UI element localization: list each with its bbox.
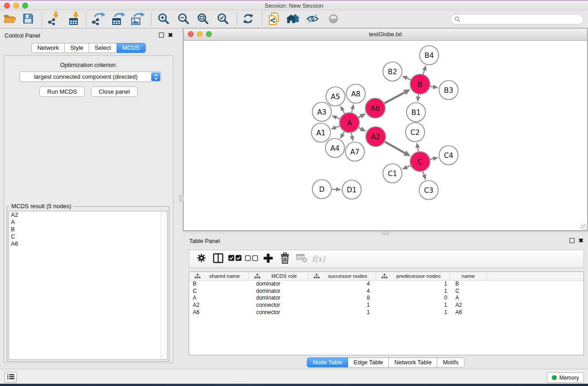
resize-grip-icon[interactable]	[581, 224, 587, 230]
zoom-network-button[interactable]	[206, 31, 212, 37]
mcds-result-item[interactable]: A	[9, 219, 167, 226]
mcds-result-item[interactable]: C	[9, 233, 167, 240]
table-cell-filler	[487, 309, 583, 316]
export-image-button[interactable]	[129, 12, 147, 27]
mcds-result-item[interactable]: A2	[9, 211, 167, 219]
graph-edge-B-B1[interactable]	[418, 95, 419, 97]
delete-columns-button[interactable]	[277, 251, 293, 267]
graph-edge-A-A3[interactable]	[336, 118, 339, 119]
minimize-window-button[interactable]	[13, 3, 19, 9]
import-table-button[interactable]	[66, 12, 84, 27]
float-panel-icon[interactable]	[159, 33, 164, 38]
graph-edge-A-A6[interactable]	[359, 116, 361, 118]
column-header-predecessor-nodes[interactable]: predecessor nodes	[376, 272, 450, 280]
zoom-fit-button[interactable]	[194, 12, 212, 27]
memory-button[interactable]: Memory	[547, 372, 584, 383]
mcds-result-list: A2ABCA6	[9, 211, 167, 360]
graph-edge-C-C2[interactable]	[418, 148, 418, 151]
minimize-network-button[interactable]	[197, 31, 203, 37]
vertical-splitter-handle[interactable]	[179, 195, 184, 201]
graph-edge-A6-B[interactable]	[384, 92, 405, 103]
table-row[interactable]: A6connector11A6	[189, 309, 583, 316]
mcds-result-title: MCDS result (5 nodes)	[10, 203, 73, 210]
mcds-result-scrollbar[interactable]	[161, 211, 167, 359]
export-image-icon	[130, 12, 145, 27]
open-session-button[interactable]	[1, 12, 19, 27]
graph-edge-C-C4[interactable]	[430, 159, 433, 159]
run-mcds-button[interactable]: Run MCDS	[39, 86, 85, 97]
edge-arrowhead	[433, 157, 439, 161]
tab-select[interactable]: Select	[89, 43, 117, 53]
zoom-selected-button[interactable]	[214, 12, 232, 27]
task-history-button[interactable]	[5, 372, 17, 383]
create-column-button[interactable]	[260, 251, 277, 267]
tab-node-table[interactable]: Node Table	[307, 357, 349, 367]
table-row[interactable]: A2connector11A2	[189, 302, 583, 309]
close-panel-icon[interactable]: ✖	[168, 33, 173, 38]
table-settings-button[interactable]	[193, 251, 210, 267]
table-row[interactable]: Cdominator41C	[189, 288, 583, 295]
column-header-name[interactable]: name	[450, 272, 487, 280]
duplicate-network-button[interactable]	[265, 12, 283, 27]
hide-panels-button[interactable]	[303, 12, 321, 27]
column-header-label: predecessor nodes	[387, 273, 449, 279]
save-session-button[interactable]	[19, 12, 37, 27]
table-cell: A6	[450, 309, 487, 316]
table-row[interactable]: Bdominator41B	[189, 281, 583, 288]
export-network-button[interactable]	[89, 12, 107, 27]
network-canvas[interactable]: B4B2BB3A8A5A6A3B1AC2A1A2A4A7C4CC1DD1C3	[184, 41, 587, 230]
float-panel-icon[interactable]	[569, 238, 574, 243]
search-input[interactable]	[463, 15, 580, 24]
delete-table-button[interactable]	[293, 251, 310, 267]
tab-edge-table[interactable]: Edge Table	[348, 357, 389, 367]
export-table-button[interactable]	[109, 12, 127, 27]
control-panel: Control Panel ✖ NetworkStyleSelectMCDS O…	[0, 29, 177, 367]
apply-layout-button[interactable]	[239, 12, 257, 27]
column-header-successor-nodes[interactable]: successor nodes	[308, 272, 376, 280]
close-window-button[interactable]	[4, 3, 10, 9]
graph-edge-A-A7[interactable]	[351, 133, 352, 136]
graphics-details-button[interactable]	[324, 12, 342, 27]
column-header-MCDS-role[interactable]: MCDS role	[249, 272, 308, 280]
graph-edge-A-A1[interactable]	[336, 126, 340, 128]
search-field	[450, 14, 583, 24]
graph-edge-A-A4[interactable]	[343, 132, 344, 134]
function-builder-button[interactable]: f(x)	[310, 251, 327, 267]
graph-edge-A2-C[interactable]	[385, 142, 405, 153]
graph-edge-B-B2[interactable]	[407, 78, 411, 80]
zoom-in-button[interactable]	[154, 12, 172, 27]
tab-motifs[interactable]: Motifs	[437, 357, 464, 367]
column-type-icon	[379, 274, 387, 279]
tab-network[interactable]: Network	[31, 43, 65, 53]
deselect-all-columns-button[interactable]	[243, 251, 260, 267]
close-network-button[interactable]	[188, 31, 194, 37]
close-panel-button[interactable]: Close panel	[91, 86, 138, 97]
select-all-columns-button[interactable]	[226, 251, 243, 267]
graph-edge-B-B4[interactable]	[423, 70, 425, 74]
table-cell-filler	[487, 281, 583, 288]
graph-edge-A-A5[interactable]	[343, 110, 344, 114]
table-cell: 0	[376, 295, 450, 302]
close-panel-icon[interactable]: ✖	[578, 238, 583, 243]
zoom-window-button[interactable]	[22, 3, 28, 9]
import-network-button[interactable]	[45, 12, 63, 27]
trash-icon	[280, 253, 290, 266]
show-columns-button[interactable]	[210, 251, 226, 267]
graph-edge-C-C1[interactable]	[407, 166, 411, 167]
graph-edge-A-A8[interactable]	[352, 109, 353, 113]
mcds-result-item[interactable]: A6	[9, 240, 167, 248]
mcds-result-item[interactable]: B	[9, 226, 167, 233]
criterion-dropdown[interactable]: largest connected component (directed)	[19, 71, 161, 82]
tab-mcds[interactable]: MCDS	[117, 43, 145, 53]
graph-edge-C-C3[interactable]	[423, 172, 424, 175]
network-overview-button[interactable]	[284, 12, 302, 27]
horizontal-splitter-handle[interactable]	[382, 231, 389, 235]
table-row[interactable]: Adominator80A	[189, 295, 583, 302]
graph-edge-A-A2[interactable]	[359, 128, 361, 129]
column-header-shared-name[interactable]: shared name	[189, 272, 249, 280]
graph-edge-B-B3[interactable]	[430, 86, 433, 87]
graph-node-label: D1	[347, 186, 357, 194]
tab-style[interactable]: Style	[65, 43, 89, 53]
zoom-out-button[interactable]	[174, 12, 192, 27]
tab-network-table[interactable]: Network Table	[389, 357, 437, 367]
